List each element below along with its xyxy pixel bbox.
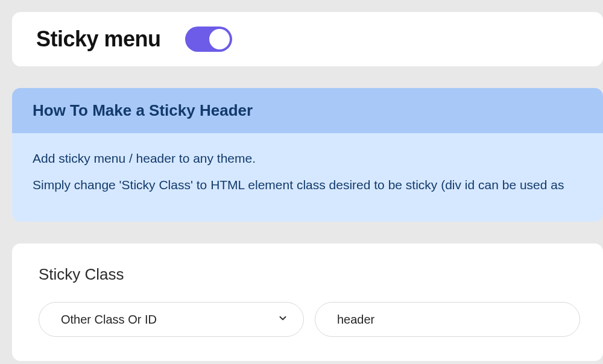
toggle-knob: [209, 29, 230, 49]
page-container: Sticky menu How To Make a Sticky Header …: [0, 12, 603, 361]
sticky-menu-title: Sticky menu: [36, 27, 161, 52]
sticky-class-select-wrap: [39, 302, 304, 337]
sticky-menu-toggle[interactable]: [185, 27, 232, 52]
howto-banner: How To Make a Sticky Header Add sticky m…: [12, 88, 603, 222]
howto-line2: Simply change 'Sticky Class' to HTML ele…: [33, 175, 582, 195]
sticky-class-input[interactable]: [315, 302, 580, 337]
sticky-class-card: Sticky Class: [12, 243, 603, 361]
howto-body: Add sticky menu / header to any theme. S…: [12, 133, 603, 222]
howto-banner-header: How To Make a Sticky Header: [12, 88, 603, 133]
sticky-class-row: [39, 302, 576, 337]
howto-title: How To Make a Sticky Header: [33, 101, 582, 120]
howto-line1: Add sticky menu / header to any theme.: [33, 149, 582, 168]
sticky-class-select[interactable]: [39, 302, 304, 337]
sticky-class-label: Sticky Class: [39, 265, 576, 284]
sticky-menu-header-card: Sticky menu: [12, 12, 603, 66]
